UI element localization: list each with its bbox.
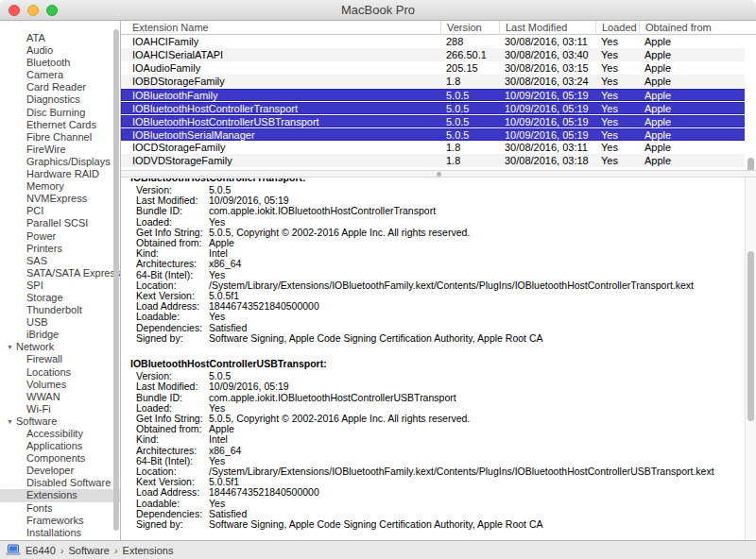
detail-field-value: Yes bbox=[209, 217, 743, 228]
sidebar-item-volumes[interactable]: Volumes bbox=[0, 379, 120, 391]
sidebar-item-wwan[interactable]: WWAN bbox=[0, 391, 120, 403]
details-scrollbar-track[interactable] bbox=[745, 178, 756, 540]
table-row[interactable]: IOAHCIFamily28830/08/2016, 03:11YesApple bbox=[121, 35, 756, 48]
detail-field: Loaded:Yes bbox=[136, 403, 743, 414]
sidebar-item-nvmexpress[interactable]: NVMExpress bbox=[0, 193, 120, 205]
disclosure-triangle-icon[interactable]: ▼ bbox=[7, 341, 13, 353]
detail-field-value: x86_64 bbox=[209, 446, 743, 456]
detail-field-value: Intel bbox=[209, 434, 743, 445]
column-header-extension-name[interactable]: Extension Name bbox=[121, 21, 440, 35]
column-header-label: Obtained from bbox=[645, 22, 712, 33]
cell-loaded: Yes bbox=[595, 76, 639, 87]
cell-obtained-from: Apple bbox=[639, 36, 756, 47]
table-row[interactable]: IOAudioFamily205.1530/08/2016, 03:15YesA… bbox=[121, 61, 756, 75]
detail-field-value: 5.0.5 bbox=[209, 185, 743, 195]
table-row[interactable]: IODVDStorageFamily1.830/08/2016, 03:18Ye… bbox=[121, 154, 756, 167]
detail-field-label: Kind: bbox=[136, 434, 209, 445]
table-scrollbar-track[interactable] bbox=[745, 35, 756, 170]
sidebar-item-installations[interactable]: Installations bbox=[0, 527, 120, 539]
column-header-last-modified[interactable]: Last Modified bbox=[499, 21, 595, 35]
sidebar-item-firewall[interactable]: Firewall bbox=[0, 353, 120, 365]
sidebar-item-thunderbolt[interactable]: Thunderbolt bbox=[0, 304, 120, 316]
sidebar-item-developer[interactable]: Developer bbox=[0, 465, 120, 477]
sidebar-item-firewire[interactable]: FireWire bbox=[0, 144, 120, 156]
breadcrumb-segment-extensions: Extensions bbox=[123, 545, 174, 556]
table-row[interactable]: IOBDStorageFamily1.830/08/2016, 03:24Yes… bbox=[121, 75, 756, 88]
detail-field-value: Satisfied bbox=[209, 323, 743, 333]
sidebar-item-network[interactable]: ▼Network bbox=[0, 341, 120, 353]
detail-field-label: Last Modified: bbox=[136, 381, 209, 392]
details-scrollbar-thumb[interactable] bbox=[747, 251, 754, 421]
sidebar-scrollbar-thumb[interactable] bbox=[113, 29, 119, 531]
column-header-loaded[interactable]: Loaded^ bbox=[595, 21, 639, 35]
sidebar-item-diagnostics[interactable]: Diagnostics bbox=[0, 93, 120, 106]
sidebar-item-software[interactable]: ▼Software bbox=[0, 415, 120, 428]
table-row[interactable]: IOAHCISerialATAPI266.50.130/08/2016, 03:… bbox=[121, 48, 756, 61]
table-row[interactable]: IOBluetoothSerialManager5.0.510/09/2016,… bbox=[121, 127, 756, 141]
sidebar-item-spi[interactable]: SPI bbox=[0, 280, 120, 292]
table-row[interactable]: IOCDStorageFamily1.830/08/2016, 03:11Yes… bbox=[121, 141, 756, 154]
sidebar-item-disabled-software[interactable]: Disabled Software bbox=[0, 477, 120, 489]
window-controls bbox=[9, 5, 58, 16]
sidebar-item-pci[interactable]: PCI bbox=[0, 205, 120, 217]
sidebar-item-audio[interactable]: Audio bbox=[0, 44, 120, 57]
detail-field-label: Signed by: bbox=[136, 333, 209, 344]
sidebar-item-frameworks[interactable]: Frameworks bbox=[0, 515, 120, 527]
sidebar-item-label: Accessibility bbox=[26, 428, 83, 439]
close-button[interactable] bbox=[9, 5, 20, 16]
table-row[interactable]: IOBluetoothHostControllerTransport5.0.51… bbox=[121, 101, 756, 114]
sidebar-item-label: Storage bbox=[26, 292, 63, 303]
sidebar-item-fonts[interactable]: Fonts bbox=[0, 502, 120, 515]
sidebar-item-ethernet-cards[interactable]: Ethernet Cards bbox=[0, 119, 120, 131]
cell-version: 5.0.5 bbox=[440, 90, 499, 101]
kext-detail-fields: Version:5.0.5Last Modified:10/09/2016, 0… bbox=[136, 371, 743, 530]
detail-field-value: /System/Library/Extensions/IOBluetoothFa… bbox=[209, 466, 743, 477]
column-header-obtained-from[interactable]: Obtained from bbox=[639, 21, 756, 35]
detail-field-value: com.apple.iokit.IOBluetoothHostControlle… bbox=[209, 393, 743, 403]
sidebar-item-ata[interactable]: ATA bbox=[0, 32, 120, 44]
sidebar-item-sas[interactable]: SAS bbox=[0, 255, 120, 267]
sidebar-item-parallel-scsi[interactable]: Parallel SCSI bbox=[0, 217, 120, 229]
sidebar-item-hardware-raid[interactable]: Hardware RAID bbox=[0, 168, 120, 180]
sidebar-item-camera[interactable]: Camera bbox=[0, 69, 120, 81]
disclosure-triangle-icon[interactable]: ▼ bbox=[7, 415, 13, 428]
minimize-button[interactable] bbox=[27, 5, 39, 16]
detail-field: Last Modified:10/09/2016, 05:19 bbox=[136, 381, 743, 392]
cell-extension-name: IOCDStorageFamily bbox=[121, 142, 440, 153]
sidebar-item-label: Disc Burning bbox=[26, 107, 85, 118]
sidebar-item-fibre-channel[interactable]: Fibre Channel bbox=[0, 131, 120, 144]
sidebar-item-memory[interactable]: Memory bbox=[0, 180, 120, 193]
sidebar-item-extensions[interactable]: Extensions bbox=[0, 489, 120, 501]
table-row[interactable]: IOBluetoothHostControllerUSBTransport5.0… bbox=[121, 114, 756, 127]
zoom-button[interactable] bbox=[46, 5, 58, 16]
detail-field: Version:5.0.5 bbox=[136, 185, 743, 195]
detail-field: Dependencies:Satisfied bbox=[136, 509, 743, 519]
cell-last-modified: 10/09/2016, 05:19 bbox=[499, 90, 595, 101]
sidebar-item-applications[interactable]: Applications bbox=[0, 440, 120, 452]
cell-loaded: Yes bbox=[595, 36, 639, 47]
cell-last-modified: 10/09/2016, 05:19 bbox=[499, 103, 595, 114]
table-row[interactable]: IOBluetoothFamily5.0.510/09/2016, 05:19Y… bbox=[121, 88, 756, 101]
pane-splitter[interactable] bbox=[121, 170, 756, 178]
sidebar-item-printers[interactable]: Printers bbox=[0, 243, 120, 255]
sidebar-item-bluetooth[interactable]: Bluetooth bbox=[0, 57, 120, 69]
sidebar-item-power[interactable]: Power bbox=[0, 230, 120, 243]
column-header-version[interactable]: Version bbox=[440, 21, 499, 35]
detail-field-value: 18446743521840500000 bbox=[209, 487, 743, 498]
sidebar-item-components[interactable]: Components bbox=[0, 452, 120, 465]
sidebar-item-accessibility[interactable]: Accessibility bbox=[0, 428, 120, 440]
sidebar-item-card-reader[interactable]: Card Reader bbox=[0, 81, 120, 93]
main-pane: Extension NameVersionLast ModifiedLoaded… bbox=[121, 21, 756, 540]
sidebar-item-disc-burning[interactable]: Disc Burning bbox=[0, 107, 120, 119]
sidebar-item-ibridge[interactable]: iBridge bbox=[0, 329, 120, 341]
detail-field-value: Yes bbox=[209, 403, 743, 414]
cell-last-modified: 30/08/2016, 03:40 bbox=[499, 49, 595, 60]
sidebar-item-storage[interactable]: Storage bbox=[0, 292, 120, 304]
sidebar-item-graphics-displays[interactable]: Graphics/Displays bbox=[0, 156, 120, 168]
sidebar-item-sata-sata-express[interactable]: SATA/SATA Express bbox=[0, 267, 120, 280]
sidebar-item-wi-fi[interactable]: Wi-Fi bbox=[0, 403, 120, 415]
sidebar-item-locations[interactable]: Locations bbox=[0, 366, 120, 379]
sidebar-item-usb[interactable]: USB bbox=[0, 316, 120, 329]
detail-field-value: 18446743521840500000 bbox=[209, 301, 743, 312]
titlebar: MacBook Pro bbox=[0, 0, 756, 21]
